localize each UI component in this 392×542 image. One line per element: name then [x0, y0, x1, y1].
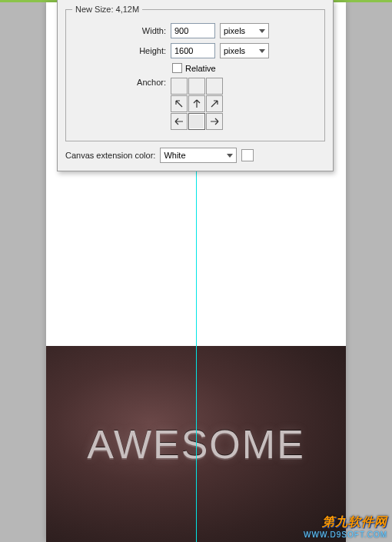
relative-checkbox[interactable] — [172, 63, 182, 73]
width-label: Width: — [72, 26, 166, 35]
anchor-bottom-left[interactable] — [171, 113, 188, 130]
height-input[interactable] — [171, 43, 215, 58]
anchor-bottom-center[interactable] — [188, 113, 205, 130]
watermark-url: WWW.D9SOFT.COM — [304, 530, 387, 539]
width-input[interactable] — [171, 23, 215, 38]
anchor-mid-left[interactable] — [171, 95, 188, 112]
watermark-title: 第九软件网 — [304, 514, 387, 530]
anchor-bottom-right[interactable] — [206, 113, 223, 130]
arrow-up-icon — [191, 98, 202, 109]
chevron-down-icon — [227, 154, 233, 158]
arrow-up-right-icon — [209, 98, 220, 109]
anchor-top-right[interactable] — [206, 78, 223, 95]
arrow-up-left-icon — [174, 98, 184, 109]
anchor-grid — [171, 78, 223, 130]
anchor-label: Anchor: — [72, 78, 166, 87]
width-unit-select[interactable]: pixels — [220, 23, 269, 38]
anchor-mid-center[interactable] — [188, 95, 205, 112]
height-unit-text: pixels — [224, 46, 245, 55]
extension-color-swatch[interactable] — [241, 149, 254, 161]
height-label: Height: — [72, 46, 166, 55]
height-row: Height: pixels — [72, 43, 318, 58]
anchor-top-left[interactable] — [171, 78, 188, 95]
width-row: Width: pixels — [72, 23, 318, 38]
canvas-size-dialog: New Size: 4,12M Width: pixels Height: pi… — [57, 0, 334, 171]
extension-row: Canvas extension color: White — [65, 148, 325, 163]
width-unit-text: pixels — [224, 26, 245, 35]
height-unit-select[interactable]: pixels — [220, 43, 269, 58]
anchor-top-center[interactable] — [188, 78, 205, 95]
arrow-right-icon — [209, 116, 220, 127]
relative-row: Relative — [172, 63, 318, 73]
anchor-mid-right[interactable] — [206, 95, 223, 112]
extension-label: Canvas extension color: — [65, 151, 155, 160]
anchor-row: Anchor: — [72, 78, 318, 130]
extension-color-text: White — [164, 151, 185, 160]
chevron-down-icon — [259, 29, 265, 33]
watermark: 第九软件网 WWW.D9SOFT.COM — [304, 514, 387, 539]
new-size-group: New Size: 4,12M Width: pixels Height: pi… — [65, 5, 325, 141]
relative-label: Relative — [185, 64, 216, 73]
chevron-down-icon — [259, 49, 265, 53]
arrow-left-icon — [174, 116, 184, 127]
extension-color-select[interactable]: White — [160, 148, 237, 163]
new-size-legend: New Size: 4,12M — [72, 5, 142, 14]
